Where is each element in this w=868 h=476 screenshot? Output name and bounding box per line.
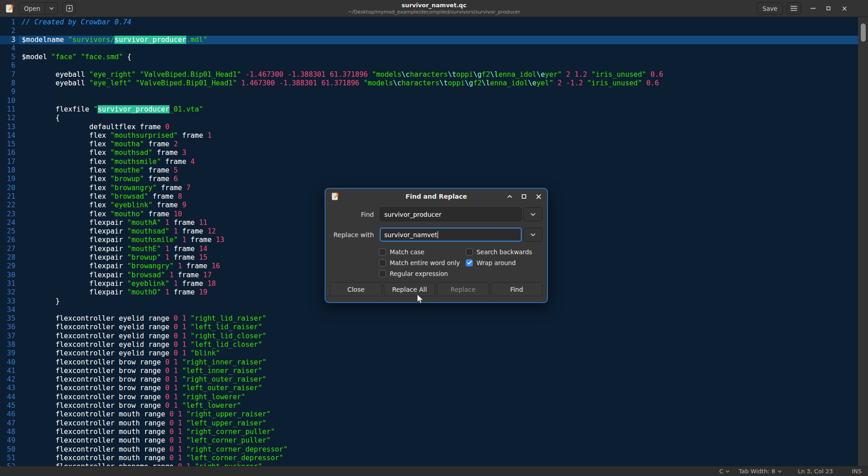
code-line-50[interactable]: 50 flexcontroller mouth range 0 1 "right… — [0, 445, 868, 454]
line-number: 27 — [0, 245, 19, 253]
minimize-button[interactable] — [807, 3, 818, 14]
code-line-6[interactable]: 6 — [0, 61, 868, 70]
maximize-button[interactable] — [823, 3, 834, 14]
dialog-shade-button[interactable] — [505, 192, 514, 201]
code-line-42[interactable]: 42 flexcontroller brow range 0 1 "right_… — [0, 375, 868, 384]
window-title-block: survivor_namvet.qc ~/Desktop/mymod_examp… — [253, 2, 615, 15]
code-line-38[interactable]: 38 flexcontroller eyelid range 0 1 "left… — [0, 341, 868, 349]
code-line-16[interactable]: 16 flex "mouthsad" frame 3 — [0, 149, 868, 157]
line-number: 9 — [0, 88, 19, 96]
code-text: flex "mouthsad" frame 3 — [19, 149, 186, 157]
replace-input[interactable]: survivor_namvet — [380, 228, 522, 242]
save-button[interactable]: Save — [757, 2, 783, 14]
open-button[interactable]: Open — [19, 2, 45, 14]
find-input[interactable]: survivor_producer — [380, 207, 522, 221]
code-text — [19, 44, 22, 53]
checkbox-label: Match case — [390, 248, 425, 256]
scrollbar[interactable] — [858, 17, 868, 466]
tab-width-selector[interactable]: Tab Width: 8 — [739, 468, 782, 475]
language-selector[interactable]: C — [719, 468, 730, 475]
code-line-2[interactable]: 2 — [0, 27, 868, 35]
checkbox-match-case[interactable]: Match case — [379, 248, 466, 256]
code-line-49[interactable]: 49 flexcontroller mouth range 0 1 "left_… — [0, 436, 868, 445]
code-text: $modelname "survivors/survivor_producer.… — [19, 36, 208, 44]
options-right-column: Search backwardsWrap around — [466, 248, 532, 277]
checked-checkbox-icon — [466, 259, 473, 266]
code-line-48[interactable]: 48 flexcontroller mouth range 0 1 "right… — [0, 428, 868, 436]
code-line-4[interactable]: 4 — [0, 44, 868, 53]
code-text: defaultflex frame 0 — [19, 123, 170, 131]
code-text: flexpair "mouthE" 1 frame 14 — [19, 245, 208, 253]
code-line-5[interactable]: 5$model "face" "face.smd" { — [0, 53, 868, 61]
line-number: 40 — [0, 358, 19, 367]
code-text — [19, 97, 22, 105]
code-line-1[interactable]: 1// Created by Crowbar 0.74 — [0, 18, 868, 27]
code-line-15[interactable]: 15 flex "moutha" frame 2 — [0, 140, 868, 149]
search-options: Match caseMatch entire word onlyRegular … — [379, 248, 542, 277]
line-number: 50 — [0, 445, 19, 454]
code-line-14[interactable]: 14 flex "mouthsurprised" frame 1 — [0, 131, 868, 140]
code-line-3[interactable]: 3$modelname "survivors/survivor_producer… — [0, 36, 868, 44]
code-line-46[interactable]: 46 flexcontroller mouth range 0 1 "right… — [0, 410, 868, 419]
find-button[interactable]: Find — [491, 282, 543, 296]
code-line-47[interactable]: 47 flexcontroller mouth range 0 1 "left_… — [0, 419, 868, 428]
line-number: 8 — [0, 79, 19, 88]
code-line-10[interactable]: 10 — [0, 97, 868, 105]
scrollbar-thumb[interactable] — [861, 23, 866, 42]
close-button[interactable]: Close — [330, 282, 382, 296]
insert-mode-indicator[interactable]: INS — [852, 468, 862, 475]
line-number: 5 — [0, 53, 19, 61]
code-line-11[interactable]: 11 flexfile "survivor_producer_01.vta" — [0, 105, 868, 114]
code-line-9[interactable]: 9 — [0, 88, 868, 96]
code-line-7[interactable]: 7 eyeball "eye_right" "ValveBiped.Bip01_… — [0, 70, 868, 79]
code-text: flex "browsad" frame 8 — [19, 192, 182, 201]
code-line-35[interactable]: 35 flexcontroller eyelid range 0 1 "righ… — [0, 314, 868, 323]
line-number: 16 — [0, 149, 19, 157]
close-button[interactable] — [839, 3, 850, 14]
checkbox-search-backwards[interactable]: Search backwards — [466, 248, 532, 256]
code-text: flexcontroller brow range 0 1 "left_inne… — [19, 367, 262, 375]
code-line-17[interactable]: 17 flex "mouthsmile" frame 4 — [0, 158, 868, 166]
code-line-40[interactable]: 40 flexcontroller brow range 0 1 "right_… — [0, 358, 868, 367]
dialog-close-button[interactable] — [534, 192, 542, 201]
code-line-45[interactable]: 45 flexcontroller brow range 0 1 "left_l… — [0, 401, 868, 410]
checkbox-wrap-around[interactable]: Wrap around — [466, 259, 532, 266]
line-number: 42 — [0, 375, 19, 384]
code-line-8[interactable]: 8 eyeball "eye_left" "ValveBiped.Bip01_H… — [0, 79, 868, 88]
code-text: flexpair "mouthO" 1 frame 19 — [19, 288, 208, 297]
line-number: 14 — [0, 131, 19, 140]
open-dropdown-button[interactable] — [45, 2, 58, 14]
code-line-34[interactable]: 34 — [0, 306, 868, 314]
code-line-37[interactable]: 37 flexcontroller eyelid range 0 1 "righ… — [0, 332, 868, 341]
language-label: C — [719, 468, 723, 475]
replace-history-button[interactable] — [524, 228, 542, 242]
code-line-36[interactable]: 36 flexcontroller eyelid range 0 1 "left… — [0, 323, 868, 331]
checkbox-label: Search backwards — [476, 248, 532, 256]
code-line-13[interactable]: 13 defaultflex frame 0 — [0, 123, 868, 131]
checkbox-match-entire-word-only[interactable]: Match entire word only — [379, 259, 466, 266]
code-line-51[interactable]: 51 flexcontroller mouth range 0 1 "left_… — [0, 454, 868, 462]
code-line-41[interactable]: 41 flexcontroller brow range 0 1 "left_i… — [0, 367, 868, 375]
code-line-19[interactable]: 19 flex "browup" frame 6 — [0, 175, 868, 183]
code-line-44[interactable]: 44 flexcontroller brow range 0 1 "right_… — [0, 393, 868, 401]
dialog-buttons: CloseReplace AllReplaceFind — [330, 282, 542, 296]
cursor-position[interactable]: Ln 3, Col 23 — [798, 468, 833, 475]
line-number: 11 — [0, 105, 19, 114]
code-line-18[interactable]: 18 flex "mouthe" frame 5 — [0, 166, 868, 175]
code-line-39[interactable]: 39 flexcontroller eyelid range 0 1 "blin… — [0, 349, 868, 358]
dialog-titlebar[interactable]: Find and Replace — [326, 189, 547, 204]
code-text: flex "moutho" frame 10 — [19, 210, 182, 219]
find-replace-dialog: Find and Replace Find survivor_producer — [325, 188, 548, 303]
code-line-43[interactable]: 43 flexcontroller brow range 0 1 "left_o… — [0, 384, 868, 392]
code-line-52[interactable]: 52 flexcontroller phoneme range 0 1 "rig… — [0, 462, 868, 466]
menu-button[interactable] — [787, 2, 801, 14]
replace-all-button[interactable]: Replace All — [384, 282, 436, 296]
line-number: 19 — [0, 175, 19, 183]
dialog-maximize-button[interactable] — [520, 192, 528, 201]
new-tab-button[interactable] — [62, 2, 76, 14]
code-text: flexcontroller phoneme range 0 1 "right_… — [19, 462, 262, 466]
code-line-12[interactable]: 12 { — [0, 114, 868, 122]
code-text: flexcontroller eyelid range 0 1 "right_l… — [19, 332, 266, 341]
find-history-button[interactable] — [524, 207, 542, 221]
checkbox-regular-expression[interactable]: Regular expression — [379, 270, 466, 277]
